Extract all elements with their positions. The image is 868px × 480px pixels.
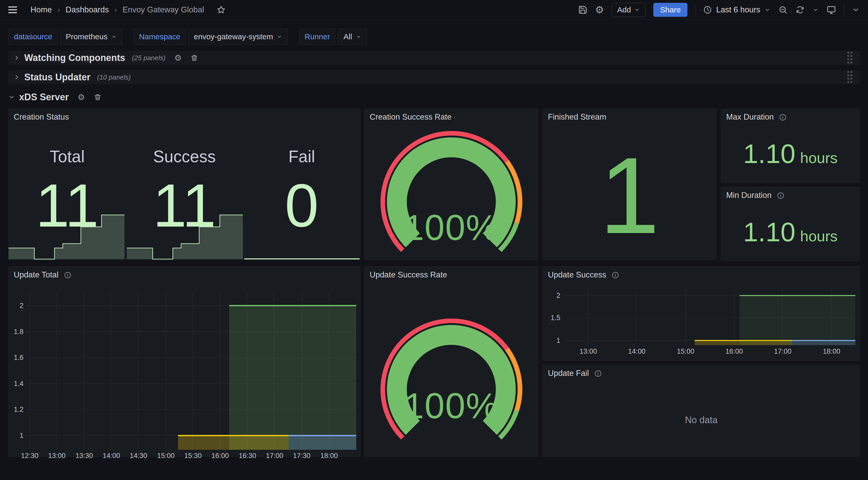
kiosk-monitor-icon[interactable] <box>827 5 836 15</box>
y-axis-tick: 2 <box>11 301 24 310</box>
variable-namespace: Namespace envoy-gateway-system <box>133 29 288 45</box>
variable-runner-value: All <box>343 32 352 41</box>
chevron-right-icon <box>13 55 20 61</box>
variable-datasource-select[interactable]: Prometheus <box>60 29 122 45</box>
refresh-icon[interactable] <box>796 5 805 14</box>
x-axis-tick: 13:00 <box>45 452 69 460</box>
stat-label: Fail <box>243 147 361 166</box>
clock-icon <box>703 5 712 14</box>
info-icon[interactable] <box>779 113 786 121</box>
panel-title[interactable]: Creation Success Rate <box>370 112 452 122</box>
duration-unit: hours <box>800 227 838 245</box>
update-total-chart[interactable] <box>26 291 356 450</box>
breadcrumb-separator-icon: › <box>115 6 117 14</box>
stat-value: 1.10 hours <box>721 218 860 245</box>
y-axis-tick: 1.8 <box>11 328 24 336</box>
variable-runner: Runner All <box>299 29 367 45</box>
sparkline-success <box>127 214 243 260</box>
panel-title[interactable]: Max Duration <box>726 112 786 122</box>
breadcrumb-separator-icon: › <box>58 6 60 14</box>
variable-datasource-value: Prometheus <box>66 32 107 41</box>
variable-namespace-select[interactable]: envoy-gateway-system <box>188 29 288 45</box>
y-axis-tick: 1 <box>11 431 24 440</box>
y-axis-tick: 1 <box>547 336 560 344</box>
x-axis-tick: 14:00 <box>625 347 649 356</box>
update-success-chart[interactable] <box>565 287 855 345</box>
row-settings-gear-icon[interactable]: ⚙ <box>175 53 182 63</box>
variable-namespace-label[interactable]: Namespace <box>133 29 186 45</box>
x-axis-tick: 17:30 <box>290 452 314 460</box>
chevron-down-icon <box>8 94 15 100</box>
row-title[interactable]: xDS Server <box>19 92 69 102</box>
row-drag-handle[interactable] <box>847 51 853 65</box>
panel-title[interactable]: Update Total <box>14 270 71 279</box>
panel-update-success-rate: Update Success Rate 100% <box>364 266 538 457</box>
share-button[interactable]: Share <box>653 3 687 17</box>
x-axis-tick: 18:00 <box>820 347 843 356</box>
row-title[interactable]: Watching Components <box>24 53 125 63</box>
panel-update-success: Update Success 2 1.5 1 13:00 14:00 15:00… <box>542 266 860 361</box>
chevron-right-icon <box>13 74 20 81</box>
stat-label: Total <box>8 147 126 166</box>
variable-runner-label[interactable]: Runner <box>299 29 335 45</box>
row-panel-count: (10 panels) <box>97 73 131 81</box>
time-range-picker[interactable]: Last 6 hours <box>703 5 771 14</box>
info-icon[interactable] <box>612 271 619 279</box>
chevron-down-icon <box>634 7 640 13</box>
y-axis-tick: 1.4 <box>11 380 24 388</box>
x-axis-tick: 16:00 <box>722 347 746 356</box>
row-drag-handle[interactable] <box>847 70 853 84</box>
stat-value: 0 <box>243 175 361 236</box>
x-axis-tick: 12:30 <box>18 452 41 460</box>
zoom-out-icon[interactable] <box>778 5 788 14</box>
panel-title[interactable]: Update Fail <box>548 369 602 378</box>
panel-title[interactable]: Min Duration <box>726 191 784 200</box>
x-axis-tick: 14:00 <box>99 452 123 460</box>
panel-creation-success-rate: Creation Success Rate 100% <box>364 109 538 260</box>
chevron-down-icon <box>111 34 117 39</box>
variable-runner-select[interactable]: All <box>338 29 367 45</box>
x-axis-tick: 15:30 <box>181 452 205 460</box>
row-title[interactable]: Status Updater <box>24 72 90 83</box>
breadcrumb-dashboards[interactable]: Dashboards <box>66 5 109 14</box>
row-delete-trash-icon[interactable] <box>190 54 198 62</box>
duration-number: 1.10 <box>743 140 796 167</box>
refresh-interval-chevron-icon[interactable] <box>812 7 819 13</box>
row-status-updater[interactable]: Status Updater (10 panels) <box>8 70 860 84</box>
collapse-topbar-chevron-icon[interactable] <box>852 6 860 14</box>
row-panel-count: (25 panels) <box>132 54 165 62</box>
row-xds-server[interactable]: xDS Server ⚙ <box>8 91 101 103</box>
row-delete-trash-icon[interactable] <box>94 93 101 101</box>
info-icon[interactable] <box>64 271 71 279</box>
info-icon[interactable] <box>594 370 602 378</box>
y-axis-tick: 1.2 <box>11 406 24 414</box>
duration-number: 1.10 <box>743 218 796 245</box>
menu-toggle-icon[interactable] <box>8 6 17 13</box>
x-axis-tick: 14:30 <box>127 452 150 460</box>
row-settings-gear-icon[interactable]: ⚙ <box>78 92 85 102</box>
breadcrumb-current: Envoy Gateway Global <box>123 5 204 14</box>
save-dashboard-icon[interactable] <box>578 5 587 14</box>
chevron-down-icon <box>356 34 362 39</box>
panel-finished-stream: Finished Stream 1 <box>542 109 716 260</box>
panel-title[interactable]: Update Success Rate <box>370 270 447 279</box>
dashboard-settings-icon[interactable]: ⚙ <box>595 5 604 15</box>
variable-datasource-label[interactable]: datasource <box>8 29 58 45</box>
x-axis-tick: 13:00 <box>576 347 600 356</box>
panel-title[interactable]: Finished Stream <box>548 112 606 122</box>
add-button[interactable]: Add <box>612 3 646 17</box>
stat-value: 1 <box>543 141 716 250</box>
sparkline-fail <box>244 258 360 259</box>
top-nav-bar: Home › Dashboards › Envoy Gateway Global… <box>0 0 868 20</box>
breadcrumb-home[interactable]: Home <box>30 5 52 14</box>
stat-fail: Fail 0 <box>243 109 361 260</box>
info-icon[interactable] <box>777 192 784 200</box>
stat-label: Success <box>126 147 243 166</box>
row-watching-components[interactable]: Watching Components (25 panels) ⚙ <box>8 51 860 65</box>
x-axis-tick: 16:30 <box>236 452 259 460</box>
favorite-star-icon[interactable] <box>216 5 226 14</box>
panel-min-duration: Min Duration 1.10 hours <box>721 187 860 261</box>
panel-creation-status: Creation Status Total 11 Success 11 Fail… <box>8 109 361 260</box>
panel-title[interactable]: Update Success <box>548 270 619 279</box>
x-axis-tick: 17:00 <box>263 452 286 460</box>
